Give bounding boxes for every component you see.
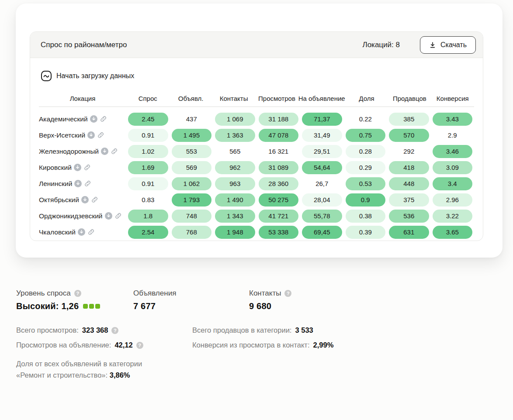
heat-pill: 0.9 [346, 193, 386, 207]
heat-pill: 963 [215, 177, 255, 190]
help-icon[interactable]: ? [284, 290, 291, 297]
table-body: Академический2.454371 06931 18871,370.22… [39, 107, 474, 240]
row-download-icon[interactable] [74, 180, 82, 187]
value-cell: 0.38 [344, 210, 388, 223]
heat-pill: 0.75 [346, 129, 386, 142]
value-cell: 1 363 [213, 129, 257, 142]
value-cell: 418 [387, 161, 431, 174]
row-link-icon[interactable] [83, 164, 91, 171]
column-header-2: Объявл. [169, 95, 212, 102]
row-link-icon[interactable] [111, 148, 118, 155]
value-cell: 54,64 [300, 161, 344, 174]
heat-pill: 569 [172, 161, 212, 174]
value-cell: 553 [170, 145, 214, 158]
value-cell: 1 948 [213, 226, 257, 239]
heat-pill: 3.46 [433, 145, 473, 158]
row-download-icon[interactable] [78, 228, 85, 236]
value-cell: 437 [170, 113, 214, 126]
category-share-label-line2: «Ремонт и строительство»: [16, 371, 107, 379]
value-cell: 962 [213, 161, 257, 174]
stat-value-text: 9 680 [249, 301, 271, 311]
row-download-icon[interactable] [101, 148, 108, 155]
row-link-icon[interactable] [87, 228, 95, 236]
help-icon[interactable]: ? [74, 290, 81, 297]
column-header-4: Просмотров [255, 95, 298, 102]
row-link-icon[interactable] [114, 212, 122, 220]
heat-pill: 31 089 [259, 161, 299, 174]
row-download-icon[interactable] [90, 115, 97, 123]
heat-pill: 29,51 [302, 145, 342, 158]
help-icon[interactable]: ? [136, 342, 143, 349]
value-cell: 1 062 [170, 177, 214, 190]
summary-line-value: 42,12 [114, 341, 132, 349]
row-link-icon[interactable] [97, 131, 104, 139]
summary-line-label: Конверсия из просмотра в контакт: [192, 341, 310, 349]
load-data-link[interactable]: Начать загрузку данных [41, 70, 474, 82]
value-cell: 2.54 [126, 226, 170, 239]
row-link-icon[interactable] [91, 196, 98, 203]
help-icon[interactable]: ? [111, 327, 118, 334]
value-cell: 0.28 [344, 145, 388, 158]
row-download-icon[interactable] [74, 164, 81, 171]
value-cell: 31 188 [257, 113, 301, 126]
value-cell: 2.45 [126, 113, 170, 126]
plain-value: 26,7 [302, 177, 342, 190]
demand-card: Спрос по районам/метро Локаций: 8 Скачат… [16, 3, 503, 258]
value-cell: 16 321 [257, 145, 301, 158]
heat-pill: 2.96 [433, 193, 473, 207]
value-cell: 448 [387, 177, 431, 190]
heat-pill: 1 062 [172, 177, 212, 190]
value-cell: 963 [213, 177, 257, 190]
value-cell: 29,51 [300, 145, 344, 158]
location-name: Чкаловский [39, 228, 76, 236]
row-download-icon[interactable] [81, 196, 89, 203]
heat-pill: 768 [172, 226, 212, 239]
heat-pill: 54,64 [302, 161, 342, 174]
value-cell: 565 [213, 145, 257, 158]
value-cell: 1 490 [213, 193, 257, 207]
heat-pill: 536 [389, 210, 429, 223]
trend-icon [41, 70, 52, 82]
row-link-icon[interactable] [84, 180, 91, 187]
summary-line: Всего продавцов в категории: 3 533 [192, 326, 497, 334]
heat-pill: 962 [215, 161, 255, 174]
value-cell: 28,04 [300, 193, 344, 207]
stat-value: 9 680 [249, 301, 291, 311]
plain-value: 565 [215, 145, 255, 158]
table-row: Кировский1.6956996231 08954,640.294183.0… [39, 159, 474, 176]
value-cell: 1.69 [126, 161, 170, 174]
heat-pill: 1 948 [215, 226, 255, 239]
download-button[interactable]: Скачать [420, 36, 476, 54]
stat-block-2: Контакты?9 680 [249, 289, 291, 311]
location-cell: Верх-Исетский [39, 131, 126, 139]
panel-body: Начать загрузку данных ЛокацияСпросОбъяв… [30, 58, 483, 240]
heat-pill: 0.53 [346, 177, 386, 190]
demand-level-indicator [83, 304, 100, 309]
location-name: Ленинский [39, 180, 72, 188]
summary-section: Уровень спроса?Высокий: 1,26Объявления7 … [16, 289, 497, 381]
stat-block-1: Объявления7 677 [133, 289, 249, 311]
column-header-5: На объявление [298, 95, 345, 102]
heat-pill: 570 [389, 129, 429, 142]
value-cell: 0.83 [126, 193, 170, 207]
heat-pill: 375 [389, 193, 429, 207]
load-data-label: Начать загрузку данных [56, 72, 134, 80]
value-cell: 26,7 [300, 177, 344, 190]
row-download-icon[interactable] [87, 131, 95, 139]
row-link-icon[interactable] [100, 115, 107, 123]
heat-pill: 53 338 [259, 226, 299, 239]
value-cell: 31,49 [300, 129, 344, 142]
heat-pill: 69,45 [302, 226, 342, 239]
plain-value: 0.22 [346, 113, 386, 126]
heat-pill: 31,49 [302, 129, 342, 142]
heat-pill: 385 [389, 113, 429, 126]
value-cell: 71,37 [300, 113, 344, 126]
table-row: Ленинский0.911 06296328 36026,70.534483.… [39, 176, 474, 192]
heat-pill: 31 188 [259, 113, 299, 126]
summary-line-label: Просмотров на объявление: [16, 341, 111, 349]
value-cell: 0.39 [344, 226, 388, 239]
value-cell: 1 069 [213, 113, 257, 126]
value-cell: 570 [387, 129, 431, 142]
row-download-icon[interactable] [105, 212, 112, 220]
location-name: Октябрьский [39, 196, 79, 204]
